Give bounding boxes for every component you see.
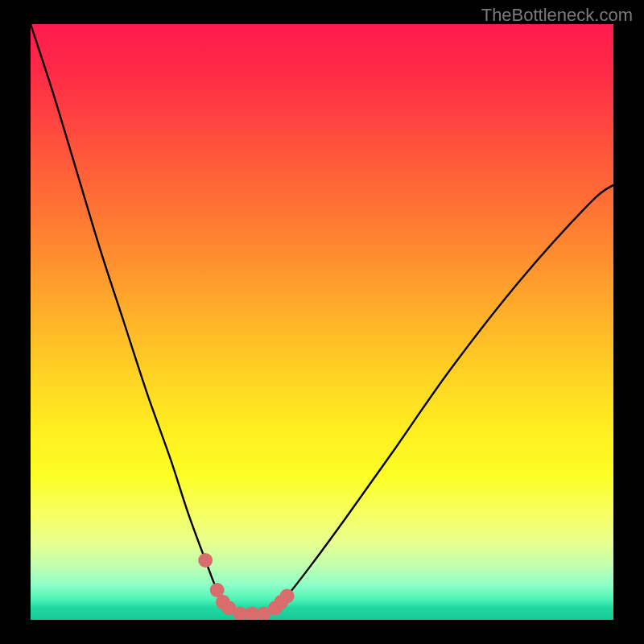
watermark-text: TheBottleneck.com <box>481 5 633 26</box>
chart-plot-area <box>31 24 613 620</box>
optimal-dots-group <box>198 553 294 620</box>
bottleneck-curve-svg <box>31 24 613 620</box>
optimal-dot <box>280 588 295 603</box>
bottleneck-curve-path <box>31 24 613 614</box>
optimal-dot <box>198 553 213 568</box>
